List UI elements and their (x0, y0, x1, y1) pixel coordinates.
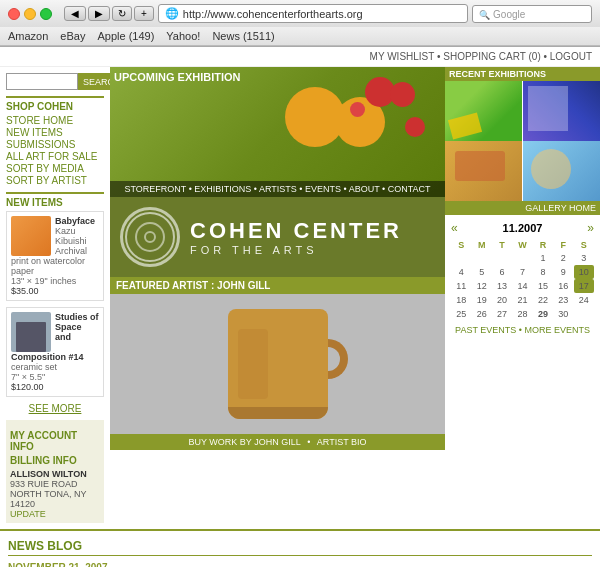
cal-cell: 30 (553, 307, 573, 321)
sidebar-all-art[interactable]: ALL ART FOR SALE (6, 151, 104, 162)
item1-price: $35.00 (11, 286, 99, 296)
right-col: RECENT EXHIBITIONS (445, 67, 600, 529)
new-items-title: NEW ITEMS (6, 192, 104, 208)
cal-cell: 8 (533, 265, 553, 279)
cal-day-r: R (533, 239, 553, 251)
sidebar-store-home[interactable]: STORE HOME (6, 115, 104, 126)
billing-label: BILLING INFO (10, 455, 100, 466)
body-row: SEARCH SHOP COHEN STORE HOME NEW ITEMS S… (0, 67, 600, 529)
hero-bg: UPCOMING EXHIBITION STOREFRONT • EXHIBIT… (110, 67, 445, 197)
recent-img-4 (523, 141, 600, 201)
new-tab-button[interactable]: + (134, 6, 154, 21)
address-text: http://www.cohencenterforthearts.org (183, 8, 461, 20)
buy-work-link[interactable]: BUY WORK BY JOHN GILL (188, 437, 300, 447)
cal-days-row: S M T W R F S (451, 239, 594, 251)
gallery-home-anchor[interactable]: GALLERY HOME (525, 203, 596, 213)
search-input[interactable]: 🔍 Google (472, 5, 592, 23)
browser-chrome: ◀ ▶ ↻ + 🌐 http://www.cohencenterforthear… (0, 0, 600, 47)
mug-detail (238, 329, 268, 399)
sidebar-sort-media[interactable]: SORT BY MEDIA (6, 163, 104, 174)
cal-cell: 24 (574, 293, 594, 307)
maximize-button[interactable] (40, 8, 52, 20)
recent-img-1 (445, 81, 522, 141)
sidebar-section-new-items: NEW ITEMS Babyface Kazu Kibuishi Archiva… (6, 192, 104, 414)
berry-3 (405, 117, 425, 137)
bookmark-apple[interactable]: Apple (149) (97, 30, 154, 42)
cal-cell: 13 (492, 279, 512, 293)
cal-cell: 1 (533, 251, 553, 265)
past-events-link[interactable]: PAST EVENTS (455, 325, 516, 335)
cal-day-s1: S (451, 239, 471, 251)
bookmark-ebay[interactable]: eBay (60, 30, 85, 42)
cal-cell: 25 (451, 307, 471, 321)
account-name: ALLISON WILTON (10, 469, 100, 479)
cal-cell (574, 307, 594, 321)
cal-prev[interactable]: « (451, 221, 458, 235)
refresh-button[interactable]: ↻ (112, 6, 132, 21)
site-wrapper: MY WISHLIST • SHOPPING CART (0) • LOGOUT… (0, 47, 600, 567)
bookmark-yahoo[interactable]: Yahoo! (166, 30, 200, 42)
cal-cell: 9 (553, 265, 573, 279)
cal-cell: 26 (471, 307, 491, 321)
cal-cell: 11 (451, 279, 471, 293)
close-button[interactable] (8, 8, 20, 20)
cal-cell: 20 (492, 293, 512, 307)
artist-bio-link[interactable]: ARTIST BIO (317, 437, 367, 447)
cal-next[interactable]: » (587, 221, 594, 235)
browser-titlebar: ◀ ▶ ↻ + 🌐 http://www.cohencenterforthear… (0, 0, 600, 27)
bookmark-amazon[interactable]: Amazon (8, 30, 48, 42)
cal-week-4: 18 19 20 21 22 23 24 (451, 293, 594, 307)
more-events-link[interactable]: MORE EVENTS (524, 325, 590, 335)
featured-bottom: BUY WORK BY JOHN GILL • ARTIST BIO (110, 434, 445, 450)
logo-arts: FOR THE ARTS (190, 244, 402, 256)
berry-2 (390, 82, 415, 107)
cal-cell: 28 (512, 307, 532, 321)
bookmark-news[interactable]: News (1511) (212, 30, 274, 42)
thumb-1 (445, 81, 522, 141)
exhibition-label: UPCOMING EXHIBITION (114, 71, 241, 83)
account-address1: 933 RUIE ROAD (10, 479, 100, 489)
top-bar: MY WISHLIST • SHOPPING CART (0) • LOGOUT (0, 47, 600, 67)
logo-circle (120, 207, 180, 267)
back-button[interactable]: ◀ (64, 6, 86, 21)
item2-price: $120.00 (11, 382, 99, 392)
search-icon: 🔍 (479, 10, 490, 20)
address-bar[interactable]: 🌐 http://www.cohencenterforthearts.org (158, 4, 468, 23)
cal-day-w: W (512, 239, 532, 251)
globe-icon: 🌐 (165, 7, 179, 20)
sidebar: SEARCH SHOP COHEN STORE HOME NEW ITEMS S… (0, 67, 110, 529)
cal-cell: 5 (471, 265, 491, 279)
mug-base (228, 407, 328, 419)
top-links: MY WISHLIST • SHOPPING CART (0) • LOGOUT (370, 51, 592, 62)
recent-img-2 (523, 81, 600, 141)
see-more-link[interactable]: SEE MORE (6, 403, 104, 414)
mug-area (110, 294, 445, 434)
cal-day-f: F (553, 239, 573, 251)
recent-exhibitions: RECENT EXHIBITIONS (445, 67, 600, 215)
art-shape-4 (531, 149, 571, 189)
cal-cell: 4 (451, 265, 471, 279)
mug-handle (328, 339, 348, 379)
sidebar-search: SEARCH (6, 73, 104, 90)
calendar-section: « 11.2007 » S M T W R F S (445, 215, 600, 341)
item2-medium: ceramic set (11, 362, 99, 372)
item1-image (11, 216, 51, 256)
calendar-table: S M T W R F S (451, 239, 594, 321)
thumb-2 (523, 81, 600, 141)
sidebar-section-shop: SHOP COHEN STORE HOME NEW ITEMS SUBMISSI… (6, 96, 104, 186)
cal-cell: 23 (553, 293, 573, 307)
news-article-1: NOVEMBER 21, 2007 SHOW OPENING PLANNED F… (8, 562, 592, 567)
sidebar-new-items[interactable]: NEW ITEMS (6, 127, 104, 138)
art-shape-3 (455, 151, 505, 181)
shop-search-input[interactable] (6, 73, 78, 90)
sidebar-submissions[interactable]: SUBMISSIONS (6, 139, 104, 150)
hero-section: UPCOMING EXHIBITION STOREFRONT • EXHIBIT… (110, 67, 445, 197)
sidebar-sort-artist[interactable]: SORT BY ARTIST (6, 175, 104, 186)
update-link[interactable]: UPDATE (10, 509, 46, 519)
minimize-button[interactable] (24, 8, 36, 20)
cal-day-t1: T (492, 239, 512, 251)
forward-button[interactable]: ▶ (88, 6, 110, 21)
recent-row-2 (445, 141, 600, 201)
calendar-footer: PAST EVENTS • MORE EVENTS (451, 325, 594, 335)
news-title: NEWS BLOG (8, 539, 592, 556)
